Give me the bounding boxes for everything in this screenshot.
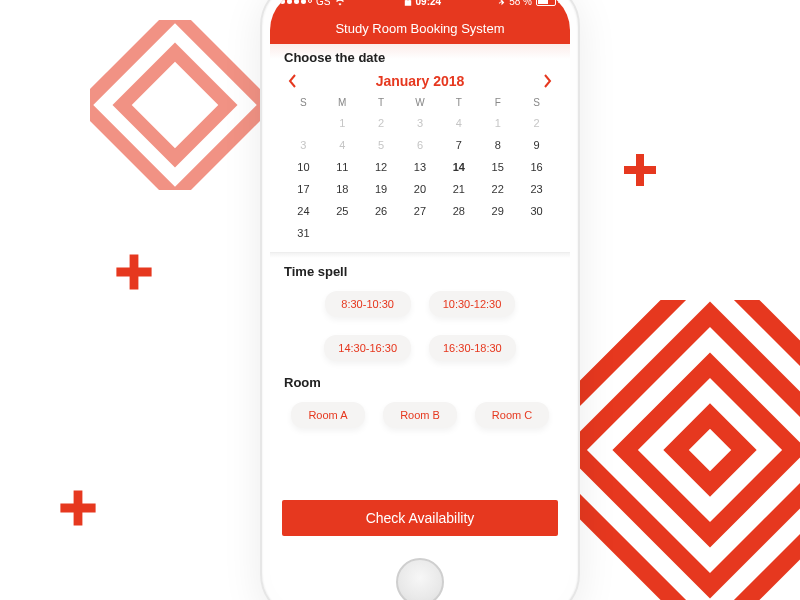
room-label: Room: [270, 369, 570, 394]
time-spell-label: Time spell: [270, 258, 570, 283]
prev-month-button[interactable]: [288, 73, 298, 89]
svg-rect-5: [676, 416, 744, 484]
calendar-day[interactable]: 10: [284, 156, 323, 178]
carrier-label: GS: [316, 0, 330, 7]
calendar-week: 17181920212223: [284, 178, 556, 200]
time-slot-chip[interactable]: 16:30-18:30: [429, 335, 516, 361]
phone-frame: GS 09:24 58 % Study Room Booking System …: [260, 0, 580, 600]
weekday-cell: T: [362, 95, 401, 110]
calendar-day[interactable]: 11: [323, 156, 362, 178]
room-chip[interactable]: Room B: [383, 402, 457, 428]
calendar-day[interactable]: 9: [517, 134, 556, 156]
calendar-week: 10111213141516: [284, 156, 556, 178]
room-chip[interactable]: Room A: [291, 402, 365, 428]
calendar-week: 3456789: [284, 134, 556, 156]
calendar-day[interactable]: 27: [401, 200, 440, 222]
status-right: 58 %: [498, 0, 560, 7]
weekday-cell: W: [401, 95, 440, 110]
calendar-day[interactable]: 16: [517, 156, 556, 178]
bg-diamond-top-left: [90, 20, 260, 190]
calendar-day[interactable]: 18: [323, 178, 362, 200]
bluetooth-icon: [498, 0, 505, 7]
room-row: Room ARoom BRoom C: [270, 394, 570, 436]
calendar-week: 24252627282930: [284, 200, 556, 222]
calendar-grid: 1234123456789101112131415161718192021222…: [270, 110, 570, 250]
calendar-week: 31: [284, 222, 556, 244]
signal-dots-icon: [280, 0, 312, 4]
calendar-day[interactable]: 19: [362, 178, 401, 200]
time-slot-row: 8:30-10:3010:30-12:3014:30-16:3016:30-18…: [270, 283, 570, 369]
svg-rect-4: [625, 365, 795, 535]
month-nav: January 2018: [270, 69, 570, 95]
calendar-day[interactable]: 3: [284, 134, 323, 156]
calendar-day[interactable]: 30: [517, 200, 556, 222]
calendar-day[interactable]: 22: [478, 178, 517, 200]
month-label: January 2018: [376, 73, 465, 89]
wifi-icon: [334, 0, 346, 6]
calendar-day[interactable]: 13: [401, 156, 440, 178]
bg-plus-2: [620, 150, 660, 190]
check-availability-button[interactable]: Check Availability: [282, 500, 558, 536]
choose-date-label: Choose the date: [270, 44, 570, 69]
status-bar: GS 09:24 58 %: [270, 0, 570, 12]
weekday-cell: S: [284, 95, 323, 110]
calendar-day[interactable]: 24: [284, 200, 323, 222]
calendar-day[interactable]: 4: [323, 134, 362, 156]
calendar-day[interactable]: 6: [401, 134, 440, 156]
time-slot-chip[interactable]: 8:30-10:30: [325, 291, 411, 317]
bg-plus-3: [56, 486, 100, 530]
calendar-day[interactable]: 12: [362, 156, 401, 178]
phone-screen: GS 09:24 58 % Study Room Booking System …: [270, 0, 570, 600]
room-chip[interactable]: Room C: [475, 402, 549, 428]
calendar-day[interactable]: 26: [362, 200, 401, 222]
bg-diamond-bottom-right: [560, 300, 800, 600]
weekday-header: SMTWTFS: [270, 95, 570, 110]
calendar-day[interactable]: 4: [439, 112, 478, 134]
calendar-day[interactable]: 8: [478, 134, 517, 156]
calendar-day[interactable]: 21: [439, 178, 478, 200]
weekday-cell: S: [517, 95, 556, 110]
calendar-day[interactable]: 1: [323, 112, 362, 134]
calendar-day[interactable]: 17: [284, 178, 323, 200]
calendar-day[interactable]: 23: [517, 178, 556, 200]
calendar-day[interactable]: 14: [439, 156, 478, 178]
calendar-day[interactable]: 20: [401, 178, 440, 200]
clock-label: 09:24: [416, 0, 442, 7]
app-title-bar: Study Room Booking System: [270, 12, 570, 44]
calendar-day[interactable]: 2: [517, 112, 556, 134]
weekday-cell: M: [323, 95, 362, 110]
calendar-day[interactable]: 25: [323, 200, 362, 222]
next-month-button[interactable]: [542, 73, 552, 89]
weekday-cell: F: [478, 95, 517, 110]
battery-pct-label: 58 %: [509, 0, 532, 7]
calendar-day[interactable]: 5: [362, 134, 401, 156]
status-left: GS: [280, 0, 346, 7]
bg-plus-1: [112, 250, 156, 294]
app-title: Study Room Booking System: [335, 21, 504, 36]
calendar-day[interactable]: 31: [284, 222, 323, 244]
battery-icon: [536, 0, 560, 6]
calendar-day[interactable]: 1: [478, 112, 517, 134]
svg-rect-1: [122, 52, 228, 158]
time-slot-chip[interactable]: 14:30-16:30: [324, 335, 411, 361]
home-button[interactable]: [396, 558, 444, 600]
calendar-day[interactable]: 15: [478, 156, 517, 178]
calendar-week: 123412: [284, 112, 556, 134]
calendar-day[interactable]: 7: [439, 134, 478, 156]
calendar-day[interactable]: 2: [362, 112, 401, 134]
time-slot-chip[interactable]: 10:30-12:30: [429, 291, 516, 317]
calendar-day[interactable]: 29: [478, 200, 517, 222]
weekday-cell: T: [439, 95, 478, 110]
calendar-day[interactable]: 3: [401, 112, 440, 134]
screen-content: Choose the date January 2018 SMTWTFS 123…: [270, 44, 570, 540]
status-center: 09:24: [404, 0, 442, 7]
lock-icon: [404, 0, 412, 6]
calendar-day[interactable]: 28: [439, 200, 478, 222]
